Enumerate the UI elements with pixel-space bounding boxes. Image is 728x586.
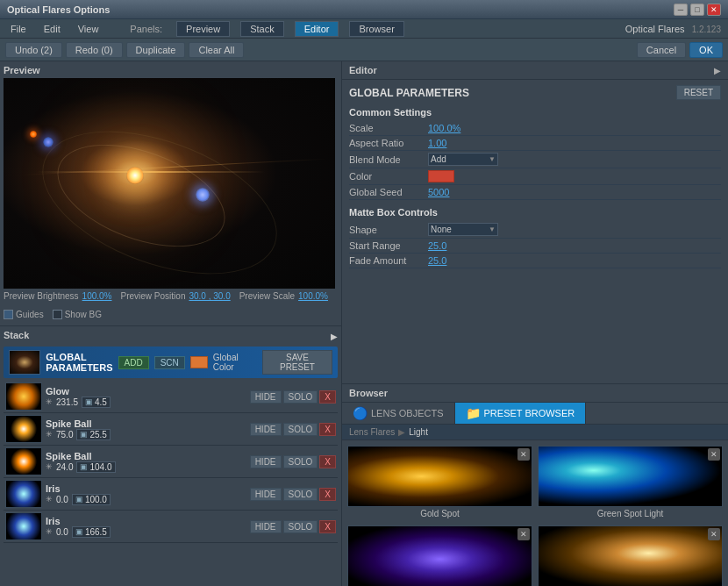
scale-row: Scale 100.0%	[349, 121, 721, 136]
ok-button[interactable]: OK	[689, 42, 723, 58]
close-button[interactable]: ✕	[707, 4, 721, 16]
panel-editor-btn[interactable]: Editor	[295, 21, 339, 37]
panel-preview-btn[interactable]: Preview	[176, 21, 230, 37]
browser-item-close-icon[interactable]: ✕	[517, 448, 530, 461]
delete-button[interactable]: X	[319, 455, 336, 468]
breadcrumb-lens-flares[interactable]: Lens Flares	[349, 427, 395, 437]
menu-file[interactable]: File	[7, 23, 30, 35]
shape-select[interactable]: None ▼	[428, 223, 498, 236]
global-params-banner: GLOBAL PARAMETERS ADD SCN Global Color S…	[4, 347, 338, 378]
solo-button[interactable]: SOLO	[283, 390, 318, 404]
solo-button[interactable]: SOLO	[283, 423, 318, 436]
duplicate-button[interactable]: Duplicate	[126, 42, 186, 58]
editor-body: GLOBAL PARAMETERS RESET Common Settings …	[342, 80, 728, 383]
guides-label: Guides	[16, 310, 44, 319]
chevron-down-icon: ▼	[489, 155, 496, 163]
editor-expand-icon[interactable]: ▶	[714, 66, 721, 75]
browser-item-label: Gold Spot	[347, 507, 532, 520]
shape-label: Shape	[349, 225, 428, 235]
delete-button[interactable]: X	[319, 423, 336, 436]
browser-item-close-icon[interactable]: ✕	[517, 528, 530, 540]
stack-expand-icon[interactable]: ▶	[331, 332, 338, 341]
preview-controls: Preview Brightness 100.0% Preview Positi…	[4, 289, 338, 322]
position-value[interactable]: 30.0 , 30.0	[189, 291, 230, 301]
param2-val: ▣25.5	[76, 429, 110, 440]
show-bg-checkbox[interactable]	[53, 310, 62, 319]
breadcrumb-light[interactable]: Light	[409, 427, 428, 437]
browser-title: Browser	[349, 388, 388, 398]
position-control: Preview Position 30.0 , 30.0	[121, 291, 231, 301]
hide-button[interactable]: HIDE	[250, 455, 282, 468]
stack-item-buttons: HIDE SOLO X	[250, 423, 336, 436]
stack-item-buttons: HIDE SOLO X	[250, 455, 336, 468]
solo-button[interactable]: SOLO	[283, 455, 318, 468]
color-swatch[interactable]	[428, 170, 454, 182]
panel-stack-btn[interactable]: Stack	[240, 21, 284, 37]
browser-item-green-spot[interactable]: ✕ Green Spot Light	[538, 446, 723, 520]
title-bar: Optical Flares Options ─ □ ✕	[0, 0, 728, 19]
scale-label: Preview Scale	[239, 291, 295, 301]
hide-button[interactable]: HIDE	[250, 423, 282, 436]
panel-browser-btn[interactable]: Browser	[349, 21, 403, 37]
global-seed-label: Global Seed	[349, 187, 428, 197]
scale-value[interactable]: 100.0%	[428, 123, 460, 133]
browser-item-gold-spot[interactable]: ✕ Gold Spot	[347, 446, 532, 520]
app-name: Optical Flares 1.2.123	[625, 24, 721, 34]
browser-item-jayjay[interactable]: ✕ JayJay	[347, 525, 532, 586]
browser-item-light-scatter[interactable]: ✕ Light Scatter	[538, 525, 723, 586]
browser-tabs: 🔵 LENS OBJECTS 📁 PRESET BROWSER	[342, 403, 728, 425]
fade-amount-value: 25.0	[428, 255, 446, 266]
scale-value[interactable]: 100.0%	[298, 291, 328, 301]
brightness-value[interactable]: 100.0%	[82, 291, 112, 301]
common-settings-group: Common Settings Scale 100.0% Aspect Rati…	[349, 107, 721, 200]
lens-objects-tab[interactable]: 🔵 LENS OBJECTS	[342, 403, 455, 424]
gp-thumbnail	[9, 350, 40, 375]
stack-item-thumbnail	[5, 382, 42, 411]
stack-item-buttons: HIDE SOLO X	[250, 520, 336, 533]
hide-button[interactable]: HIDE	[250, 390, 282, 404]
param2-val: ▣104.0	[76, 461, 115, 473]
aspect-ratio-value[interactable]: 1.00	[428, 138, 446, 148]
preset-browser-tab[interactable]: 📁 PRESET BROWSER	[455, 403, 587, 424]
save-preset-button[interactable]: SAVE PRESET	[262, 350, 332, 375]
stack-item-params: ✳ 0.0 ▣100.0	[46, 494, 246, 505]
redo-button[interactable]: Redo (0)	[66, 42, 123, 58]
reset-button[interactable]: RESET	[676, 85, 721, 100]
param2-val: ▣100.0	[72, 494, 111, 505]
delete-button[interactable]: X	[319, 390, 336, 404]
hide-button[interactable]: HIDE	[250, 520, 282, 533]
maximize-button[interactable]: □	[690, 4, 704, 16]
guides-control: Guides	[4, 310, 44, 319]
guides-checkbox[interactable]	[4, 310, 13, 319]
minimize-button[interactable]: ─	[674, 4, 688, 16]
stack-item: Iris ✳ 0.0 ▣100.0 HIDE SOLO X	[4, 478, 338, 511]
gp-add-button[interactable]: ADD	[118, 356, 149, 369]
param1-icon: ✳	[46, 495, 53, 504]
global-seed-value[interactable]: 5000	[428, 187, 449, 197]
stack-item-info: Iris ✳ 0.0 ▣100.0	[46, 483, 246, 505]
matte-box-group: Matte Box Controls Shape None ▼ Start Ra…	[349, 207, 721, 268]
blend-mode-select[interactable]: Add ▼	[428, 153, 498, 166]
delete-button[interactable]: X	[319, 488, 336, 501]
scale-label: Scale	[349, 123, 428, 133]
menu-bar: File Edit View Panels: Preview Stack Edi…	[0, 19, 728, 39]
delete-button[interactable]: X	[319, 520, 336, 533]
param2-val: ▣166.5	[72, 526, 111, 538]
gp-color-swatch[interactable]	[190, 356, 208, 368]
solo-button[interactable]: SOLO	[283, 488, 318, 501]
fade-amount-row: Fade Amount 25.0	[349, 254, 721, 268]
menu-edit[interactable]: Edit	[40, 23, 64, 35]
gp-scn-button[interactable]: SCN	[154, 356, 185, 369]
cancel-button[interactable]: Cancel	[637, 42, 686, 58]
clear-all-button[interactable]: Clear All	[189, 42, 244, 58]
browser-item-thumbnail: ✕	[347, 525, 532, 586]
hide-button[interactable]: HIDE	[250, 488, 282, 501]
blend-mode-row: Blend Mode Add ▼	[349, 151, 721, 168]
show-bg-label: Show BG	[65, 310, 102, 319]
browser-item-close-icon[interactable]: ✕	[708, 528, 720, 540]
undo-button[interactable]: Undo (2)	[5, 42, 62, 58]
browser-item-close-icon[interactable]: ✕	[708, 448, 720, 461]
stack-item-info: Iris ✳ 0.0 ▣166.5	[46, 516, 246, 538]
menu-view[interactable]: View	[75, 23, 103, 35]
solo-button[interactable]: SOLO	[283, 520, 318, 533]
